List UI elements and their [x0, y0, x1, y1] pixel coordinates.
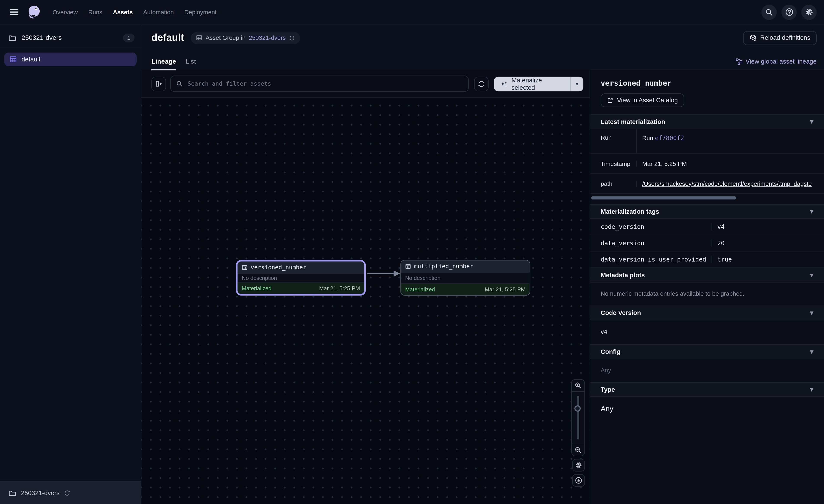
asset-node-versioned-number[interactable]: versioned_number No description Material…	[236, 260, 366, 296]
refresh-icon	[478, 80, 485, 87]
zoom-slider[interactable]	[572, 391, 584, 444]
search-icon	[765, 8, 773, 16]
section-latest-materialization[interactable]: Latest materialization ▼	[590, 114, 824, 129]
run-label: Run	[590, 129, 637, 153]
dagster-logo[interactable]	[26, 4, 42, 20]
sidebar-group-row[interactable]: 250321-dvers 1	[0, 28, 141, 48]
materialize-split-button: Materialize selected ▾	[494, 76, 583, 91]
settings-button[interactable]	[802, 5, 817, 20]
help-button[interactable]	[781, 5, 797, 20]
nav-overview[interactable]: Overview	[53, 9, 78, 15]
section-materialization-tags[interactable]: Materialization tags ▼	[590, 204, 824, 219]
sidebar-item-default[interactable]: default	[4, 52, 137, 66]
section-heading: Type	[601, 386, 615, 393]
zoom-out-button[interactable]	[572, 444, 584, 456]
hamburger-icon	[9, 7, 19, 17]
config-value: Any	[590, 359, 824, 382]
external-link-icon	[607, 97, 613, 103]
zoom-in-button[interactable]	[572, 380, 584, 391]
nav-assets[interactable]: Assets	[113, 9, 133, 15]
gear-icon	[805, 8, 813, 16]
materialized-status: Materialized	[405, 286, 435, 292]
tag-key: data_version_is_user_provided	[590, 256, 712, 263]
refresh-icon[interactable]	[289, 35, 295, 41]
materialize-selected-button[interactable]: Materialize selected	[494, 76, 570, 91]
asset-node-footer: Materialized Mar 21, 5:25 PM	[237, 282, 364, 294]
section-code-version[interactable]: Code Version ▼	[590, 306, 824, 321]
tab-lineage[interactable]: Lineage	[151, 54, 176, 70]
search-icon	[176, 80, 183, 87]
reload-definitions-button[interactable]: Reload definitions	[743, 31, 817, 45]
asset-groups-sidebar: 250321-dvers 1 default 250321-dvers	[0, 25, 141, 504]
refresh-icon[interactable]	[64, 490, 71, 496]
search-button[interactable]	[761, 5, 777, 20]
asset-group-badge[interactable]: Asset Group in 250321-dvers	[191, 32, 300, 44]
asset-search-box	[170, 76, 469, 92]
tab-list[interactable]: List	[186, 54, 196, 70]
asset-search-input[interactable]	[187, 80, 463, 88]
section-metadata-plots[interactable]: Metadata plots ▼	[590, 268, 824, 282]
view-in-asset-catalog-button[interactable]: View in Asset Catalog	[601, 94, 684, 107]
code-location-footer[interactable]: 250321-dvers	[0, 481, 141, 504]
tag-value: 20	[712, 239, 725, 247]
graph-settings-button[interactable]	[572, 459, 585, 471]
asset-detail-title: versioned_number	[601, 79, 813, 87]
chevron-down-icon: ▼	[810, 209, 814, 214]
zoom-controls	[571, 379, 585, 457]
zoom-in-icon	[575, 382, 582, 389]
nav-automation[interactable]: Automation	[143, 9, 174, 15]
lineage-area: Materialize selected ▾ versioned_number	[141, 70, 590, 504]
badge-repo-link[interactable]: 250321-dvers	[249, 35, 286, 41]
section-config[interactable]: Config ▼	[590, 344, 824, 359]
reload-definitions-label: Reload definitions	[760, 34, 810, 41]
section-heading: Code Version	[601, 309, 641, 317]
primary-nav: Overview Runs Assets Automation Deployme…	[53, 9, 217, 15]
group-count-badge: 1	[123, 33, 134, 42]
gear-icon	[575, 462, 582, 469]
folder-icon	[8, 34, 16, 42]
folder-icon	[8, 489, 16, 497]
hamburger-menu-button[interactable]	[7, 5, 21, 19]
nav-deployment[interactable]: Deployment	[184, 9, 216, 15]
lineage-graph-icon	[736, 58, 743, 65]
expand-panel-button[interactable]	[151, 76, 166, 91]
timestamp-label: Timestamp	[590, 160, 637, 167]
path-label: path	[590, 180, 637, 187]
chevron-down-icon: ▼	[810, 310, 814, 316]
zoom-slider-thumb[interactable]	[575, 405, 581, 412]
section-heading: Metadata plots	[601, 271, 645, 279]
view-global-lineage-link[interactable]: View global asset lineage	[736, 58, 817, 70]
lineage-canvas[interactable]: versioned_number No description Material…	[141, 98, 590, 504]
dagster-app: Overview Runs Assets Automation Deployme…	[0, 0, 824, 504]
asset-node-multiplied-number[interactable]: multiplied_number No description Materia…	[401, 260, 530, 296]
section-type[interactable]: Type ▼	[590, 382, 824, 397]
asset-node-header: versioned_number	[237, 261, 364, 274]
run-prefix: Run	[642, 135, 653, 141]
type-value: Any	[590, 397, 824, 422]
top-nav: Overview Runs Assets Automation Deployme…	[0, 0, 824, 25]
chevron-down-icon: ▼	[810, 119, 814, 124]
latest-path-row: path /Users/smackesey/stm/code/elementl/…	[590, 174, 824, 194]
view-global-lineage-label: View global asset lineage	[746, 58, 817, 65]
path-link[interactable]: /Users/smackesey/stm/code/elementl/exper…	[642, 180, 812, 187]
sidebar-item-label: default	[22, 55, 40, 63]
materialized-timestamp: Mar 21, 5:25 PM	[485, 286, 525, 292]
refresh-graph-button[interactable]	[474, 76, 489, 91]
run-id-link[interactable]: ef7800f2	[655, 134, 684, 142]
zoom-slider-track	[577, 396, 579, 439]
sidebar-group-label: 250321-dvers	[22, 34, 118, 41]
nav-runs[interactable]: Runs	[88, 9, 102, 15]
tag-key: data_version	[590, 239, 712, 247]
materialize-selected-label: Materialize selected	[511, 76, 564, 91]
download-graph-button[interactable]	[572, 474, 585, 487]
expand-panel-icon	[155, 80, 163, 88]
materialized-timestamp: Mar 21, 5:25 PM	[319, 285, 360, 291]
tag-value: true	[712, 256, 732, 263]
materialized-status: Materialized	[242, 285, 272, 291]
asset-node-name: versioned_number	[251, 264, 306, 271]
asset-group-icon	[9, 55, 17, 63]
download-icon	[575, 477, 582, 484]
materialize-dropdown-button[interactable]: ▾	[571, 76, 584, 91]
asset-node-header: multiplied_number	[401, 260, 530, 272]
horizontal-scrollbar[interactable]	[591, 197, 736, 200]
